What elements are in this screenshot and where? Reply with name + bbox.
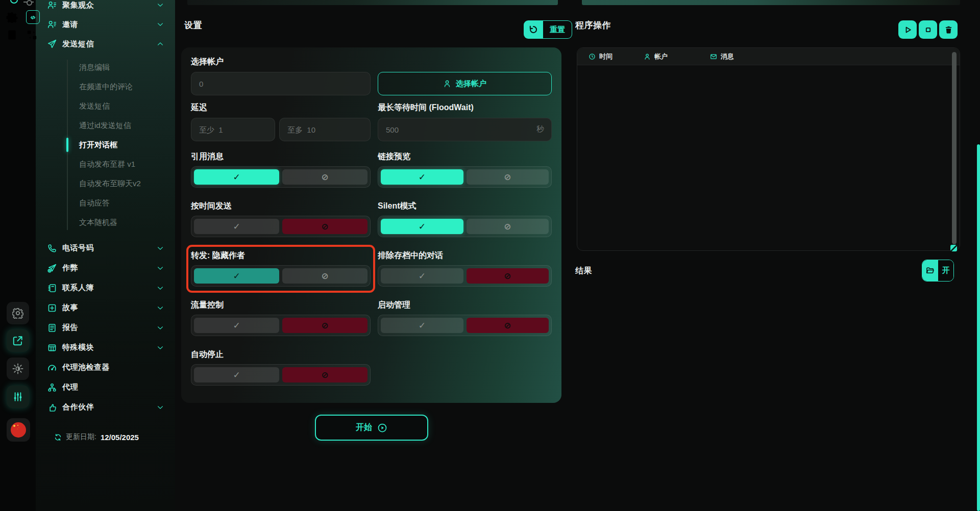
toggle-yes-button[interactable]: ✓ — [194, 268, 279, 284]
toggle-no-button[interactable]: ⊘ — [467, 219, 549, 234]
settings-card: 选择帐户 选择帐户 延迟 最长等待时间 (FloodWait) 秒 引用消息 — [181, 47, 561, 403]
partial-icon — [10, 0, 18, 4]
sidebar-item-sidebar-sections_bottom-0[interactable]: 电话号码 — [36, 238, 175, 258]
toggle-label: 流量控制 — [191, 300, 371, 311]
column-header-2[interactable]: 消息 — [710, 52, 734, 61]
chevron-up-icon — [157, 40, 164, 47]
delay-max-input[interactable] — [279, 118, 371, 141]
toggle-group: ✓ ⊘ — [191, 265, 371, 287]
toggle-field: 链接预览 ✓ ⊘ — [378, 151, 552, 188]
toggle-no-button[interactable]: ⊘ — [282, 367, 368, 382]
check-icon: ✓ — [419, 173, 426, 182]
page-scrollbar[interactable] — [977, 144, 980, 511]
clear-button[interactable] — [939, 20, 958, 39]
toggle-yes-button[interactable]: ✓ — [194, 318, 279, 333]
sidebar-item-sidebar-sections_bottom-5[interactable]: 特殊模块 — [36, 338, 175, 357]
check-icon: ✓ — [233, 173, 240, 182]
submenu-item[interactable]: 在频道中的评论 — [36, 77, 175, 96]
toggle-yes-button[interactable]: ✓ — [194, 219, 279, 234]
sidebar-item-sidebar-sections_bottom-1[interactable]: 作弊 — [36, 258, 175, 278]
plane-icon — [47, 39, 57, 48]
ban-icon: ⊘ — [321, 272, 328, 280]
submenu-item[interactable]: 通过id发送短信 — [36, 116, 175, 135]
sidebar-item-sidebar-sections_top-1[interactable]: 邀请 — [36, 15, 175, 34]
refresh-icon[interactable] — [54, 433, 62, 441]
toggle-no-button[interactable]: ⊘ — [467, 318, 549, 333]
sidebar-item-sidebar-sections_top-2[interactable]: 发送短信 — [36, 34, 175, 54]
sidebar-item-sidebar-sections_bottom-4[interactable]: 报告 — [36, 318, 175, 338]
toggle-no-button[interactable]: ⊘ — [467, 268, 549, 284]
submenu-item[interactable]: 打开对话框 — [36, 135, 175, 155]
toggle-group: ✓ ⊘ — [191, 364, 371, 386]
submenu-item[interactable]: 自动发布至群 v1 — [36, 155, 175, 174]
phone-icon — [47, 244, 57, 253]
toggle-label: Silent模式 — [378, 201, 552, 212]
sidebar-item-sidebar-sections_bottom-3[interactable]: 故事 — [36, 298, 175, 318]
user-icon — [443, 80, 451, 88]
plane-plus-icon — [47, 264, 57, 273]
ban-icon: ⊘ — [321, 371, 328, 379]
start-button[interactable]: 开始 — [315, 415, 428, 441]
column-header-1[interactable]: 帐户 — [644, 52, 710, 61]
trash-icon — [944, 25, 953, 34]
toggle-yes-button[interactable]: ✓ — [381, 318, 463, 333]
modules-icon — [47, 343, 57, 352]
theme-sun-button[interactable] — [7, 357, 29, 380]
chevron-down-icon — [157, 304, 164, 312]
play-circle-icon — [377, 423, 387, 433]
sliders-button[interactable] — [7, 386, 29, 408]
toggle-yes-button[interactable]: ✓ — [194, 169, 279, 185]
update-date-label: 更新日期: — [66, 432, 96, 442]
settings-gear-button[interactable] — [7, 302, 29, 324]
column-header-0[interactable]: 时间 — [589, 52, 644, 61]
account-input[interactable] — [191, 72, 371, 95]
sidebar-item-sidebar-sections_bottom-6[interactable]: 代理池检查器 — [36, 357, 175, 377]
swap-icon[interactable] — [26, 29, 38, 41]
sidebar-item-sidebar-sections_bottom-7[interactable]: 代理 — [36, 377, 175, 397]
select-account-button[interactable]: 选择帐户 — [378, 72, 552, 95]
sidebar-item-sidebar-sections_bottom-8[interactable]: 合作伙伴 — [36, 397, 175, 417]
seconds-suffix: 秒 — [536, 124, 544, 134]
open-results-button[interactable]: 开 — [922, 260, 954, 282]
run-button[interactable] — [898, 20, 917, 39]
submenu-item[interactable]: 自动发布至聊天v2 — [36, 174, 175, 193]
toggle-no-button[interactable]: ⊘ — [282, 268, 368, 284]
toggle-yes-button[interactable]: ✓ — [381, 169, 463, 185]
reset-label: 重置 — [543, 20, 572, 39]
toggle-no-button[interactable]: ⊘ — [467, 169, 549, 185]
check-icon: ✓ — [419, 321, 426, 330]
floodwait-input[interactable] — [378, 118, 552, 141]
toggle-no-button[interactable]: ⊘ — [282, 318, 368, 333]
toggle-yes-button[interactable]: ✓ — [381, 219, 463, 234]
toggle-yes-button[interactable]: ✓ — [194, 367, 279, 382]
external-link-button[interactable] — [7, 329, 29, 352]
bot-gear-icon[interactable] — [6, 11, 18, 23]
submenu-item[interactable]: 自动应答 — [36, 193, 175, 213]
sidebar-item-sidebar-sections_bottom-2[interactable]: 联系人簿 — [36, 278, 175, 298]
toggle-no-button[interactable]: ⊘ — [282, 219, 368, 234]
flag-avatar[interactable] — [7, 418, 30, 442]
stop-button[interactable] — [919, 20, 937, 39]
submenu-item[interactable]: 发送短信 — [36, 96, 175, 116]
submenu-item[interactable]: 文本随机器 — [36, 213, 175, 232]
sidebar-item-sidebar-sections_top-0[interactable]: 聚集观众 — [36, 0, 175, 15]
resize-grip[interactable] — [950, 245, 957, 251]
chevron-down-icon — [157, 245, 164, 252]
ban-icon: ⊘ — [321, 222, 328, 231]
toggle-yes-button[interactable]: ✓ — [381, 268, 463, 284]
left-rail — [0, 0, 36, 511]
check-icon: ✓ — [233, 321, 240, 330]
check-icon: ✓ — [233, 222, 240, 231]
toggle-no-button[interactable]: ⊘ — [282, 169, 368, 185]
code-window-tab[interactable] — [26, 10, 40, 24]
doc-check-icon[interactable] — [6, 29, 18, 41]
reset-button[interactable]: 重置 — [524, 20, 572, 39]
update-date-value: 12/05/2025 — [101, 433, 139, 442]
delay-min-input[interactable] — [191, 118, 275, 141]
table-scrollbar[interactable] — [952, 52, 957, 244]
submenu-item[interactable]: 消息编辑 — [36, 58, 175, 77]
mail-icon — [710, 53, 717, 60]
chevron-down-icon — [157, 265, 164, 272]
toggle-label: 按时间发送 — [191, 201, 371, 212]
chevron-down-icon — [157, 324, 164, 331]
